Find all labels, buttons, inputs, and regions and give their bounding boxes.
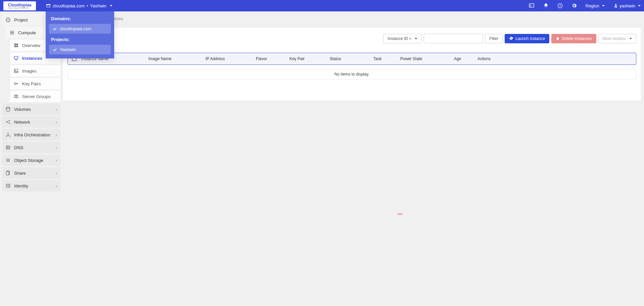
- column-header-status[interactable]: Status: [330, 56, 373, 61]
- help-icon[interactable]: ?: [557, 3, 563, 8]
- sidebar-item-server-groups[interactable]: Server Groups: [10, 91, 60, 102]
- domain-icon: [46, 3, 51, 8]
- instances-toolbar: Instance ID = Filter Launch Instance Del…: [67, 34, 636, 43]
- sidebar-item-label: Object Storage: [14, 158, 43, 163]
- launch-instance-label: Launch Instance: [515, 36, 545, 41]
- svg-point-29: [7, 148, 7, 148]
- filter-input[interactable]: [424, 34, 483, 43]
- launch-instance-button[interactable]: Launch Instance: [505, 34, 549, 43]
- user-icon: [613, 3, 618, 8]
- sidebar-item-infra[interactable]: Infra Orchestration ›: [2, 129, 60, 140]
- sidebar-item-label: Compute: [18, 30, 36, 35]
- infra-icon: [5, 132, 11, 137]
- chevron-down-icon: [602, 5, 605, 6]
- svg-rect-2: [529, 4, 534, 7]
- column-header-image[interactable]: Image Name: [148, 56, 205, 61]
- chevron-right-icon: ›: [56, 107, 57, 112]
- images-icon: [13, 68, 19, 74]
- dropdown-projects-label: Projects:: [51, 37, 109, 42]
- chevron-right-icon: ›: [56, 183, 57, 188]
- column-header-power[interactable]: Power State: [400, 56, 454, 61]
- more-actions-label: More Actions: [603, 36, 626, 41]
- sidebar-item-label: Key Pairs: [22, 81, 41, 86]
- chevron-down-icon: [415, 38, 417, 39]
- svg-point-28: [7, 146, 7, 146]
- topbar: Cloudtopiaa Your Cloud Platform cloudtop…: [0, 0, 644, 11]
- server-groups-icon: [13, 94, 19, 99]
- filter-button[interactable]: Filter: [485, 34, 503, 43]
- sidebar-item-label: DNS: [14, 145, 23, 150]
- column-header-keypair[interactable]: Key Pair: [289, 56, 330, 61]
- column-header-ip[interactable]: IP Address: [205, 56, 256, 61]
- sidebar-item-label: Infra Orchestration: [14, 132, 50, 137]
- identity-icon: [5, 183, 11, 188]
- sidebar-item-images[interactable]: Images: [10, 65, 60, 77]
- brand-tagline: Your Cloud Platform: [8, 7, 31, 9]
- check-icon: [52, 27, 57, 31]
- column-header-task[interactable]: Task: [373, 56, 400, 61]
- chevron-right-icon: ›: [56, 132, 57, 137]
- chevron-down-icon: [629, 38, 632, 39]
- instances-panel: Instance ID = Filter Launch Instance Del…: [62, 27, 641, 101]
- gear-icon[interactable]: [571, 3, 577, 8]
- svg-point-15: [15, 70, 16, 71]
- delete-instances-label: Delete Instances: [562, 36, 592, 41]
- sidebar-item-label: Images: [22, 69, 37, 74]
- instances-table: Instance Name Image Name IP Address Flav…: [67, 53, 636, 65]
- project-switcher[interactable]: cloudtopiaa.com • Yashwin: [46, 3, 112, 8]
- dropdown-domains-label: Domains:: [51, 16, 109, 21]
- sidebar-item-object-storage[interactable]: Object Storage ›: [2, 155, 60, 166]
- dns-icon: [5, 145, 11, 150]
- bell-icon[interactable]: [543, 3, 549, 8]
- project-switcher-project: Yashwin: [90, 3, 106, 8]
- instances-table-empty: No items to display.: [67, 69, 636, 80]
- sidebar-item-label: Network: [14, 120, 30, 125]
- chevron-right-icon: ›: [56, 145, 57, 150]
- sidebar-item-share[interactable]: Share ›: [2, 167, 60, 179]
- project-switcher-dropdown: Domains: cloudtopiaa.com Projects: Yashw…: [46, 11, 114, 58]
- svg-rect-14: [14, 69, 18, 73]
- sidebar-item-key-pairs[interactable]: Key Pairs: [10, 78, 60, 89]
- dropdown-project-item[interactable]: Yashwin: [49, 45, 111, 54]
- user-menu[interactable]: yashwin: [613, 3, 641, 8]
- empty-text: No items to display.: [334, 72, 369, 77]
- svg-rect-27: [6, 148, 10, 149]
- region-dropdown[interactable]: Region: [586, 3, 605, 8]
- overview-icon: [13, 43, 19, 48]
- terminal-icon[interactable]: [528, 3, 535, 9]
- svg-point-23: [8, 133, 9, 134]
- sidebar-item-dns[interactable]: DNS ›: [2, 142, 60, 153]
- cloud-upload-icon: [509, 36, 513, 41]
- sidebar-item-network[interactable]: Network ›: [2, 116, 60, 128]
- key-pairs-icon: [13, 81, 19, 86]
- svg-rect-26: [6, 146, 10, 147]
- chevron-right-icon: ›: [56, 158, 57, 163]
- column-header-age[interactable]: Age: [454, 56, 477, 61]
- svg-rect-13: [14, 56, 18, 59]
- svg-rect-12: [16, 46, 18, 47]
- more-actions-dropdown[interactable]: More Actions: [598, 34, 636, 43]
- main-content: Project / Compute / Instances Instance I…: [62, 11, 644, 195]
- project-switcher-domain: cloudtopiaa.com: [53, 3, 85, 8]
- dropdown-project-item-label: Yashwin: [60, 47, 76, 52]
- brand-logo[interactable]: Cloudtopiaa Your Cloud Platform: [3, 1, 36, 10]
- svg-rect-9: [14, 44, 16, 45]
- sidebar-item-label: Volumes: [14, 107, 31, 112]
- check-icon: [52, 47, 57, 52]
- filter-column-dropdown[interactable]: Instance ID =: [383, 34, 422, 43]
- delete-instances-button[interactable]: Delete Instances: [551, 34, 596, 43]
- svg-point-17: [14, 95, 16, 96]
- sidebar-item-volumes[interactable]: Volumes ›: [2, 103, 60, 115]
- dropdown-domain-item-label: cloudtopiaa.com: [60, 26, 92, 31]
- svg-point-22: [9, 123, 10, 124]
- svg-point-33: [7, 185, 8, 186]
- share-icon: [5, 170, 11, 176]
- sidebar-item-label: Share: [14, 171, 26, 176]
- svg-point-16: [14, 83, 16, 84]
- dropdown-domain-item[interactable]: cloudtopiaa.com: [49, 24, 111, 34]
- filter-button-label: Filter: [489, 36, 498, 41]
- chevron-down-icon: [110, 5, 112, 6]
- column-header-flavor[interactable]: Flavor: [256, 56, 289, 61]
- sidebar-item-identity[interactable]: Identity ›: [2, 180, 60, 191]
- network-icon: [5, 119, 11, 125]
